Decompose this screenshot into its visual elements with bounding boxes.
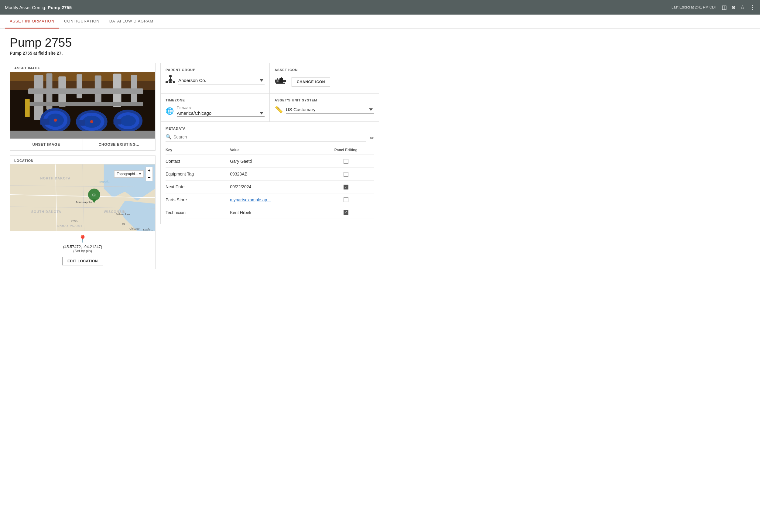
svg-text:Gr...: Gr... xyxy=(122,223,127,226)
topbar-right: Last Edited at 2:41 PM CDT ◫ ◙ ☆ ⋮ xyxy=(672,4,755,11)
asset-icon-label: ASSET ICON xyxy=(275,68,374,72)
ruler-icon: 📏 xyxy=(275,106,283,113)
main-content: Pump 2755 Pump 2755 at field site 27. AS… xyxy=(0,28,389,277)
svg-rect-27 xyxy=(25,99,30,117)
asset-image-container xyxy=(10,72,155,139)
asset-image-label: ASSET IMAGE xyxy=(10,63,155,72)
svg-point-26 xyxy=(90,120,93,123)
map-zoom-group: + − xyxy=(146,167,153,181)
search-icon: 🔍 xyxy=(166,134,171,140)
asset-icon-image xyxy=(275,75,287,88)
metadata-checkbox-0[interactable] xyxy=(320,155,374,168)
right-mid-row: TIMEZONE 🌐 Timezone America/Chicago ASSE… xyxy=(161,94,379,122)
svg-text:Superi...: Superi... xyxy=(99,180,111,183)
zoom-in-button[interactable]: + xyxy=(146,167,153,174)
tabs-bar: ASSET INFORMATION CONFIGURATION DATAFLOW… xyxy=(0,15,760,28)
monitor-icon[interactable]: ◫ xyxy=(722,4,727,11)
svg-text:Leafle...: Leafle... xyxy=(143,228,153,231)
pump-image-svg xyxy=(10,72,155,139)
location-coords: (45.57472, -94.21247) xyxy=(13,244,153,249)
svg-rect-24 xyxy=(10,131,155,139)
metadata-checkbox-3[interactable] xyxy=(320,193,374,206)
right-column: PARENT GROUP xyxy=(161,63,379,269)
left-column: ASSET IMAGE xyxy=(10,63,156,269)
metadata-checkbox-1[interactable] xyxy=(320,168,374,180)
asset-icon-section: ASSET ICON xyxy=(270,63,379,93)
parent-group-select[interactable]: Anderson Co. xyxy=(178,76,264,84)
table-row: Parts Storemypartsexample.ap... xyxy=(166,193,374,206)
group-icon xyxy=(166,75,175,86)
unit-system-select[interactable]: US Customary xyxy=(286,106,374,113)
timezone-field-label: Timezone xyxy=(177,106,264,109)
timezone-select[interactable]: America/Chicago xyxy=(177,110,264,116)
metadata-value-0: Gary Gaetti xyxy=(230,155,320,168)
svg-rect-66 xyxy=(281,77,282,78)
map-container: NORTH DAKOTA SOUTH DAKOTA WISCONSIN Supe… xyxy=(10,164,155,231)
metadata-panel: METADATA 🔍 ✏ Key Value Panel Editing xyxy=(161,122,379,224)
metadata-search-input[interactable] xyxy=(173,135,366,139)
col-panel-editing: Panel Editing xyxy=(320,146,374,155)
col-key: Key xyxy=(166,146,230,155)
unit-system-row: 📏 US Customary xyxy=(275,106,374,113)
svg-point-25 xyxy=(54,119,57,122)
svg-rect-11 xyxy=(28,102,143,106)
metadata-value-1: 09323AB xyxy=(230,168,320,180)
svg-rect-3 xyxy=(34,75,43,120)
svg-text:Minneapolis: Minneapolis xyxy=(76,200,92,204)
metadata-header: 🔍 ✏ xyxy=(166,134,374,142)
tab-configuration[interactable]: CONFIGURATION xyxy=(59,15,105,28)
image-buttons: UNSET IMAGE CHOOSE EXISTING... xyxy=(10,139,155,150)
metadata-key-4: Technician xyxy=(166,206,230,219)
metadata-checkbox-4[interactable] xyxy=(320,206,374,219)
globe-icon: 🌐 xyxy=(166,107,174,115)
svg-rect-52 xyxy=(166,81,168,83)
last-edited-text: Last Edited at 2:41 PM CDT xyxy=(672,5,717,9)
asset-image-panel: ASSET IMAGE xyxy=(10,63,156,151)
location-label: LOCATION xyxy=(10,156,155,164)
svg-rect-23 xyxy=(114,119,121,124)
asset-title: Pump 2755 xyxy=(10,36,379,50)
topbar-title: Modify Asset Config: Pump 2755 xyxy=(5,5,72,10)
metadata-search-row: 🔍 xyxy=(166,134,366,142)
location-panel: LOCATION xyxy=(10,155,156,269)
topbar-asset-name: Pump 2755 xyxy=(48,5,72,10)
edit-location-button[interactable]: EDIT LOCATION xyxy=(62,257,103,265)
svg-line-58 xyxy=(170,80,174,81)
timezone-row: 🌐 Timezone America/Chicago xyxy=(166,106,264,116)
more-menu-icon[interactable]: ⋮ xyxy=(750,4,755,11)
metadata-section-label: METADATA xyxy=(166,127,374,130)
svg-rect-51 xyxy=(169,79,171,80)
svg-rect-50 xyxy=(169,75,171,77)
table-row: Equipment Tag09323AB xyxy=(166,168,374,180)
asset-subtitle: Pump 2755 at field site 27. xyxy=(10,51,379,56)
tab-dataflow-diagram[interactable]: DATAFLOW DIAGRAM xyxy=(105,15,158,28)
chevron-down-icon: ▾ xyxy=(139,172,141,176)
svg-line-56 xyxy=(167,80,170,81)
choose-existing-button[interactable]: CHOOSE EXISTING... xyxy=(83,139,156,150)
parent-group-section: PARENT GROUP xyxy=(161,63,270,93)
metadata-edit-icon[interactable]: ✏ xyxy=(370,135,374,141)
svg-text:Milwaukee: Milwaukee xyxy=(116,212,130,216)
metadata-checkbox-2[interactable] xyxy=(320,180,374,193)
metadata-key-2: Next Date xyxy=(166,180,230,193)
timezone-select-wrap: Timezone America/Chicago xyxy=(177,106,264,116)
svg-point-22 xyxy=(120,115,136,126)
star-icon[interactable]: ☆ xyxy=(740,4,745,11)
globe-icon[interactable]: ◙ xyxy=(732,4,735,11)
svg-text:SOUTH DAKOTA: SOUTH DAKOTA xyxy=(31,210,61,213)
metadata-key-1: Equipment Tag xyxy=(166,168,230,180)
tab-asset-information[interactable]: ASSET INFORMATION xyxy=(5,15,59,28)
topbar-title-prefix: Modify Asset Config: xyxy=(5,5,48,10)
svg-rect-19 xyxy=(76,120,85,126)
metadata-value-3[interactable]: mypartsexample.ap... xyxy=(230,193,320,206)
map-type-dropdown[interactable]: Topographi... ▾ xyxy=(114,170,144,178)
svg-text:Chicago: Chicago xyxy=(129,227,139,230)
zoom-out-button[interactable]: − xyxy=(146,174,153,181)
svg-text:NORTH DAKOTA: NORTH DAKOTA xyxy=(40,176,71,180)
svg-text:IOWA: IOWA xyxy=(71,220,78,223)
svg-rect-6 xyxy=(76,74,82,98)
svg-rect-54 xyxy=(173,81,175,83)
grid-layout: ASSET IMAGE xyxy=(10,63,379,269)
unset-image-button[interactable]: UNSET IMAGE xyxy=(10,139,83,150)
change-icon-button[interactable]: CHANGE ICON xyxy=(292,77,330,87)
